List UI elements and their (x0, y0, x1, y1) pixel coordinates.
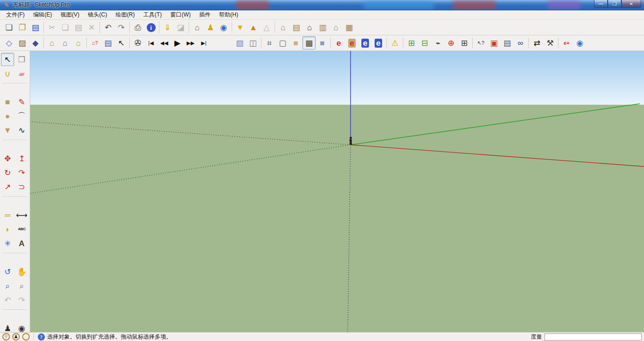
plugin-e-document-icon[interactable]: e (332, 36, 345, 50)
axes-tool[interactable]: ✳ (1, 237, 14, 250)
scale-tool[interactable]: ↗ (1, 180, 14, 193)
face-style-wireframe-icon[interactable]: ⌗ (263, 36, 276, 50)
measurements-input[interactable] (544, 333, 642, 341)
new-file-icon[interactable]: ❏ (2, 21, 16, 34)
anim-next-icon[interactable]: ▶▶ (184, 36, 197, 50)
menu-plugins[interactable]: 插件 (195, 10, 215, 20)
share-model-icon[interactable]: ▲ (247, 21, 260, 34)
plugin-e-box-icon[interactable]: e (345, 36, 359, 50)
status-credit-icon[interactable]: ♟ (12, 333, 20, 341)
binoculars-icon[interactable]: ∞ (514, 36, 527, 50)
styles-dialog-icon[interactable]: ▤ (101, 36, 115, 50)
arc-tool[interactable]: ⌒ (15, 109, 28, 123)
style-house-color-icon[interactable]: ⌂ (72, 36, 85, 50)
menu-edit[interactable]: 编辑(E) (29, 10, 56, 20)
view-right-icon[interactable]: ▥ (316, 21, 329, 34)
close-button[interactable]: ✕ (621, 0, 641, 8)
solid-cube-icon[interactable]: ◆ (29, 36, 42, 50)
view-back-icon[interactable]: ⌂ (329, 21, 343, 34)
print-icon[interactable]: ⎙ (131, 21, 144, 34)
text-tool[interactable]: ABC (15, 223, 28, 236)
grid-icon[interactable]: ⊞ (458, 36, 471, 50)
warning-icon[interactable]: ⚠ (388, 36, 401, 50)
face-style-xray-icon[interactable]: ▧ (233, 36, 246, 50)
toggle-terrain-icon[interactable]: ◪ (174, 21, 187, 34)
eraser-tool[interactable]: ▰ (15, 67, 28, 80)
redo-icon[interactable]: ↷ (115, 21, 128, 34)
face-style-back-edges-icon[interactable]: ◫ (246, 36, 259, 50)
circle-tool[interactable]: ● (1, 109, 14, 123)
plugin-e-floppy-icon[interactable]: e (359, 36, 372, 50)
menu-camera[interactable]: 镜头(C) (84, 10, 111, 20)
3d-text-tool[interactable]: A (15, 237, 28, 250)
google-earth-icon[interactable]: ◉ (217, 21, 230, 34)
minimize-button[interactable]: — (594, 0, 608, 8)
wrench-icon[interactable]: ⚒ (544, 36, 557, 50)
textured-cube-icon[interactable]: ▨ (16, 36, 29, 50)
status-geolocation-icon[interactable]: ⚲ (2, 333, 10, 341)
freehand-tool[interactable]: ∿ (15, 124, 28, 137)
place-model-icon[interactable]: ⌂ (191, 21, 204, 34)
face-style-hidden-line-icon[interactable]: ▢ (276, 36, 289, 50)
e-window-icon[interactable]: ▣ (487, 36, 501, 50)
dimension-tool[interactable]: ⟷ (15, 208, 28, 222)
status-signin-icon[interactable]: ◌ (22, 333, 30, 341)
menu-draw[interactable]: 绘图(R) (111, 10, 139, 20)
swap-arrows-icon[interactable]: ⇄ (530, 36, 544, 50)
get-models-icon[interactable]: ▼ (234, 21, 247, 34)
polygon-tool[interactable]: ▼ (1, 124, 14, 137)
select-tool[interactable]: ↖ (1, 53, 14, 66)
e-plus-icon[interactable]: e+ (560, 36, 573, 50)
follow-me-tool[interactable]: ↷ (15, 166, 28, 179)
maximize-button[interactable]: ❐ (608, 0, 621, 8)
anim-previous-icon[interactable]: ◀◀ (158, 36, 171, 50)
plugin-e-floppy-edit-icon[interactable]: e (372, 36, 385, 50)
view-iso-icon[interactable]: ⌂ (276, 21, 290, 34)
make-component-tool[interactable]: ❒ (15, 53, 28, 66)
protractor-tool[interactable]: ◗ (1, 223, 14, 236)
delete-icon[interactable]: ✕ (85, 21, 98, 34)
offset-tool[interactable]: ⊃ (15, 180, 28, 193)
paint-bucket-tool[interactable]: ∪ (1, 67, 14, 80)
zoom-next-tool[interactable]: ↷ (15, 293, 28, 307)
anim-last-icon[interactable]: ▶| (197, 36, 210, 50)
animation-camera-icon[interactable]: ✇ (131, 36, 144, 50)
face-style-monochrome-icon[interactable]: ■ (316, 36, 329, 50)
pan-tool[interactable]: ✋ (15, 265, 28, 278)
anim-play-icon[interactable]: ▶ (171, 36, 184, 50)
xray-cube-icon[interactable]: ◇ (2, 36, 16, 50)
share-component-icon[interactable]: △ (260, 21, 273, 34)
get-current-view-icon[interactable]: ⇓ (161, 21, 174, 34)
menu-file[interactable]: 文件(F) (2, 10, 29, 20)
photo-textures-icon[interactable]: ♟ (204, 21, 217, 34)
style-house-textured-icon[interactable]: ⌂ (45, 36, 59, 50)
globe-icon[interactable]: ◉ (573, 36, 586, 50)
model-info-icon[interactable]: i (144, 21, 158, 34)
face-style-shaded-icon[interactable]: ■ (289, 36, 302, 50)
cursor-gradient-icon[interactable]: ↖ (115, 36, 128, 50)
orbit-tool[interactable]: ↺ (1, 265, 14, 278)
plug-icon[interactable]: ⌁ (431, 36, 444, 50)
rectangle-tool[interactable]: ■ (1, 95, 14, 108)
style-house-blue-icon[interactable]: ⌂ (59, 36, 72, 50)
view-left-icon[interactable]: ▦ (343, 21, 356, 34)
view-front-icon[interactable]: ⌂ (303, 21, 316, 34)
list-window-icon[interactable]: ▤ (501, 36, 514, 50)
open-file-icon[interactable]: ❐ (16, 21, 29, 34)
menu-window[interactable]: 窗口(W) (166, 10, 195, 20)
compass-target-icon[interactable]: ⊕ (444, 36, 458, 50)
move-tool[interactable]: ✥ (1, 152, 14, 165)
menu-view[interactable]: 视图(V) (56, 10, 84, 20)
view-top-icon[interactable]: ▤ (290, 21, 303, 34)
anim-first-icon[interactable]: |◀ (144, 36, 158, 50)
zoom-extents-tool[interactable]: ⌕ (15, 279, 28, 292)
title-bar[interactable]: ✎ 无标题 - SketchUp Pro —❐✕ (0, 0, 644, 10)
tape-measure-tool[interactable]: ═ (1, 208, 14, 222)
menu-help[interactable]: 帮助(H) (215, 10, 243, 20)
undo-icon[interactable]: ↶ (101, 21, 115, 34)
status-help-icon[interactable]: ? (38, 333, 45, 341)
add-component-icon[interactable]: ⊞ (405, 36, 418, 50)
style-help-house-icon[interactable]: ⌂? (88, 36, 101, 50)
copy-icon[interactable]: ❏ (59, 21, 72, 34)
zoom-previous-tool[interactable]: ↶ (1, 293, 14, 307)
